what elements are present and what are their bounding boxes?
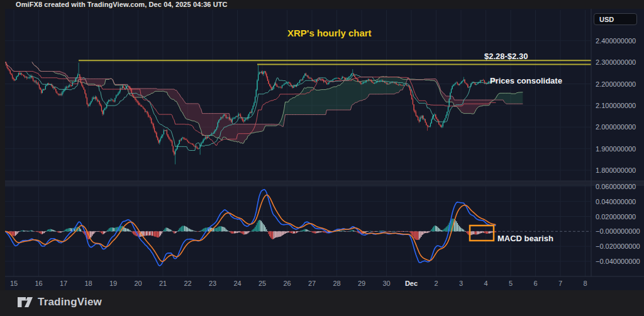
- time-axis-label: 20: [128, 279, 149, 288]
- bottom-bar: TradingView: [0, 290, 644, 316]
- chart-title-annotation[interactable]: XRP's hourly chart: [287, 28, 372, 38]
- time-axis-label: 6: [525, 279, 547, 288]
- time-axis-label: 22: [177, 279, 199, 288]
- time-axis-label: 19: [103, 279, 124, 288]
- time-axis-label: 27: [301, 279, 323, 288]
- attribution-text: OmiFX8 created with TradingView.com, Dec…: [16, 1, 228, 9]
- price-axis-label: 2.400000000: [596, 37, 636, 45]
- price-axis-label: 2.000000000: [596, 123, 636, 131]
- price-axis-label: 1.800000000: [596, 166, 636, 174]
- price-axis-label: 2.300000000: [596, 58, 636, 66]
- resistance-zone-annotation[interactable]: $2.28-$2.30: [484, 52, 528, 61]
- time-axis-label: 16: [28, 279, 50, 288]
- macd-axis-label: 0.060000000: [596, 183, 636, 190]
- price-axis-label: 1.900000000: [596, 145, 636, 153]
- price-chart-canvas[interactable]: [0, 9, 644, 290]
- time-axis-label: 8: [575, 279, 596, 288]
- time-axis-label: 2: [426, 279, 447, 288]
- time-axis-label: 17: [53, 279, 74, 288]
- time-axis-label: 24: [227, 279, 248, 288]
- time-axis-label: 4: [475, 279, 497, 288]
- tradingview-logo[interactable]: TradingView: [17, 296, 102, 308]
- time-axis-label: Dec: [401, 279, 422, 288]
- time-axis-label: 29: [351, 279, 372, 288]
- currency-usd-button[interactable]: USD: [594, 13, 637, 25]
- consolidation-annotation[interactable]: Prices consolidate: [490, 76, 562, 85]
- macd-axis-label: −0.040000000: [596, 258, 640, 265]
- tradingview-logo-text: TradingView: [38, 296, 102, 308]
- tradingview-chart-screenshot: OmiFX8 created with TradingView.com, Dec…: [0, 0, 644, 316]
- time-axis-label: 28: [326, 279, 348, 288]
- macd-axis-label: −0.020000000: [596, 242, 640, 250]
- time-axis-label: 26: [277, 279, 298, 288]
- time-axis-label: 21: [152, 279, 174, 288]
- time-axis-label: 5: [500, 279, 521, 288]
- time-axis-label: 15: [3, 279, 25, 288]
- chart-region: 2.4000000002.3000000002.2000000002.10000…: [0, 9, 644, 290]
- price-axis-label: 2.100000000: [596, 102, 636, 109]
- macd-axis-label: −0.000000000: [596, 227, 640, 235]
- time-axis-label: 18: [78, 279, 99, 288]
- macd-axis-label: 0.040000000: [596, 198, 636, 205]
- time-axis-label: 3: [450, 279, 472, 288]
- tradingview-logo-icon: [17, 296, 33, 308]
- price-axis-label: 2.200000000: [596, 80, 636, 88]
- time-axis-label: 23: [202, 279, 223, 288]
- time-axis-label: 30: [376, 279, 397, 288]
- time-axis-label: 25: [252, 279, 273, 288]
- macd-axis-label: 0.020000000: [596, 213, 636, 221]
- macd-bearish-annotation[interactable]: MACD bearish: [497, 234, 553, 243]
- time-axis-label: 7: [550, 279, 571, 288]
